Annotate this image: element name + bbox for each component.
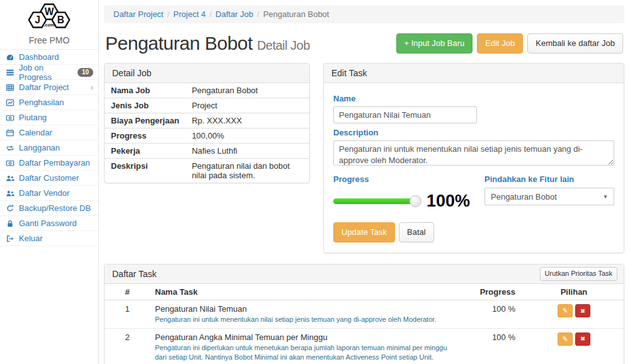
sidebar-item-daftar-pembayaran[interactable]: Daftar Pembayaran (0, 156, 98, 171)
sidebar-item-keluar[interactable]: Keluar (0, 231, 98, 246)
close-icon: ✖ (580, 336, 585, 342)
column-header-pilihan: Pilihan (524, 284, 624, 300)
sidebar-item-label: Dashboard (19, 52, 59, 62)
edit-task-panel-title: Edit Task (324, 64, 624, 83)
sidebar-item-backup-restore[interactable]: Backup/Restore DB (0, 201, 98, 216)
task-description: Pengaturan ini untuk menentukan nilai se… (155, 315, 459, 324)
sidebar-item-daftar-vendor[interactable]: Daftar Vendor (0, 186, 98, 201)
task-progress: 100 % (464, 300, 524, 329)
lock-icon (5, 219, 14, 228)
sidebar-item-label: Daftar Vendor (19, 188, 69, 198)
sidebar-item-label: Ganti Password (19, 219, 77, 228)
table-row: Nama Job Pengaturan Bobot (105, 83, 309, 98)
sidebar-menu: Dashboard Job on Progress 10 Daftar Proj… (0, 49, 98, 246)
column-header-progress: Progress (464, 284, 524, 300)
breadcrumb-current: Pengaturan Bobot (263, 9, 329, 19)
close-icon: ✖ (580, 308, 585, 314)
sidebar-item-label: Job on Progress (19, 63, 73, 82)
page-subtitle: Detail Job (257, 38, 310, 52)
description-label: Description (333, 128, 614, 137)
pencil-icon: ✎ (562, 307, 568, 315)
top-panels: Detail Job Nama Job Pengaturan Bobot Jen… (104, 63, 624, 253)
detail-value: Rp. XXX.XXX (185, 113, 309, 128)
table-row: Biaya Pengerjaan Rp. XXX.XXX (105, 113, 309, 128)
detail-label: Nama Job (105, 83, 185, 98)
edit-task-button[interactable]: ✎ (558, 304, 573, 317)
input-job-baru-button[interactable]: + Input Job Baru (396, 33, 473, 54)
signout-icon (5, 234, 14, 243)
sidebar: W J B .com Free PMO Dashboard Job on Pro… (0, 0, 99, 364)
task-number: 1 (105, 300, 150, 329)
sidebar-item-penghasilan[interactable]: Penghasilan (0, 95, 98, 110)
users-icon (5, 173, 14, 183)
progress-slider-track[interactable] (333, 198, 415, 204)
detail-job-panel-title: Detail Job (105, 64, 309, 83)
edit-task-form: Name Description Pengaturan ini untuk me… (324, 83, 624, 253)
task-progress: 100 % (464, 328, 524, 364)
edit-task-button[interactable]: ✎ (558, 333, 573, 346)
detail-label: Progress (105, 128, 185, 144)
progress-row: Progress 100% Pindahkan ke Fitur lain (333, 170, 614, 211)
daftar-task-table: # Nama Task Progress Pilihan 1 Pengatura… (105, 284, 624, 364)
progress-percent-value: 100% (427, 191, 470, 211)
table-row: Progress 100,00% (105, 128, 309, 144)
sidebar-item-langganan[interactable]: Langganan (0, 140, 98, 156)
delete-task-button[interactable]: ✖ (575, 333, 590, 346)
chevron-down-icon: ▼ (603, 194, 608, 200)
daftar-task-panel: Daftar Task Urutkan Prioritas Task # Nam… (104, 264, 624, 364)
users-icon (5, 188, 14, 198)
app-logo[interactable]: W J B .com Free PMO (0, 0, 98, 49)
list-icon (5, 67, 14, 77)
detail-value: 100,00% (185, 128, 309, 144)
move-feature-select[interactable]: Pengaturan Bobot ▼ (484, 188, 614, 205)
name-label: Name (333, 94, 614, 103)
logo-com-text: .com (43, 22, 55, 28)
page-title-text: Pengaturan Bobot (105, 33, 253, 54)
progress-slider-wrap: 100% (333, 191, 484, 211)
logo-letter-w: W (45, 6, 54, 17)
detail-value: Nafies Luthfi (185, 144, 309, 159)
breadcrumb-link-project-4[interactable]: Project 4 (173, 9, 205, 19)
batal-button[interactable]: Batal (399, 222, 434, 242)
jwb-logo-icon: W J B .com (20, 2, 78, 32)
edit-job-button[interactable]: Edit Job (477, 33, 523, 54)
task-name-input[interactable] (333, 106, 477, 123)
sidebar-item-job-on-progress[interactable]: Job on Progress 10 (0, 65, 98, 80)
task-actions: ✎✖ (524, 300, 624, 329)
update-task-button[interactable]: Update Task (333, 222, 395, 242)
sidebar-item-label: Langganan (19, 143, 60, 152)
sidebar-item-daftar-customer[interactable]: Daftar Customer (0, 171, 98, 186)
kembali-ke-daftar-job-button[interactable]: Kembali ke daftar Job (527, 33, 623, 54)
edit-task-actions: Update Task Batal (333, 222, 614, 242)
breadcrumb-separator: / (209, 9, 212, 19)
task-name-cell: Pengaturan Nilai Temuan Pengaturan ini u… (150, 300, 464, 329)
table-row: 1 Pengaturan Nilai Temuan Pengaturan ini… (105, 300, 624, 329)
delete-task-button[interactable]: ✖ (575, 304, 590, 317)
move-feature-group: Pindahkan ke Fitur lain Pengaturan Bobot… (484, 170, 614, 211)
table-row: 2 Pengaturan Angka Minimal Temuan per Mi… (105, 328, 624, 364)
sidebar-item-calendar[interactable]: Calendar (0, 125, 98, 140)
task-description-textarea[interactable]: Pengaturan ini untuk menentukan nilai se… (333, 140, 614, 166)
table-row: Jenis Job Project (105, 98, 309, 113)
daftar-task-heading: Daftar Task Urutkan Prioritas Task (105, 264, 624, 284)
sidebar-item-ganti-password[interactable]: Ganti Password (0, 216, 98, 231)
detail-label: Jenis Job (105, 98, 185, 113)
urutkan-prioritas-task-button-top[interactable]: Urutkan Prioritas Task (540, 267, 617, 281)
table-row: Pekerja Nafies Luthfi (105, 144, 309, 159)
detail-value: Pengaturan nilai dan bobot nilai pada si… (185, 159, 309, 183)
breadcrumb: Daftar Project/Project 4/Daftar Job/Peng… (104, 5, 624, 23)
logo-letter-b: B (57, 14, 64, 25)
progress-slider-handle[interactable] (410, 195, 421, 207)
task-name: Pengaturan Angka Minimal Temuan per Ming… (155, 333, 459, 342)
logo-letter-j: J (35, 14, 40, 25)
page-title: Pengaturan BobotDetail Job (105, 33, 310, 54)
refresh-icon (5, 203, 14, 213)
sidebar-item-daftar-project[interactable]: Daftar Project ‹ (0, 80, 98, 95)
daftar-task-panel-title: Daftar Task (112, 269, 157, 279)
breadcrumb-link-daftar-project[interactable]: Daftar Project (113, 9, 163, 19)
breadcrumb-link-daftar-job[interactable]: Daftar Job (215, 9, 253, 19)
sidebar-item-piutang[interactable]: Piutang (0, 110, 98, 125)
detail-job-panel: Detail Job Nama Job Pengaturan Bobot Jen… (104, 63, 310, 183)
table-header-row: # Nama Task Progress Pilihan (105, 284, 624, 300)
page-header: Pengaturan BobotDetail Job + Input Job B… (105, 33, 623, 54)
